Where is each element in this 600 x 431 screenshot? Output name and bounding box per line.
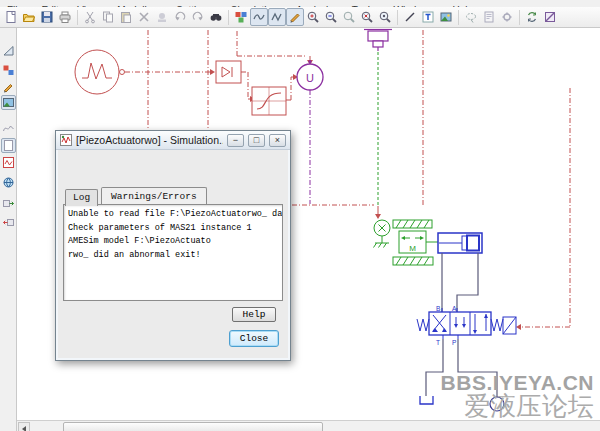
tab-warnings-errors[interactable]: Warnings/Errors <box>101 187 207 204</box>
tank[interactable] <box>420 396 433 404</box>
watermark: BBS.IYEYA.CN 爱液压论坛 <box>441 372 594 419</box>
watermark-cn: 爱液压论坛 <box>441 393 594 419</box>
text-tool-icon[interactable] <box>419 8 437 26</box>
save-icon[interactable] <box>38 8 56 26</box>
signal-source[interactable] <box>75 50 125 94</box>
svg-text:T: T <box>436 339 440 346</box>
zoom-out-icon[interactable] <box>322 8 340 26</box>
mass-block[interactable]: M <box>399 231 426 253</box>
report-tool-icon[interactable] <box>480 8 498 26</box>
toolbar-separator <box>397 10 398 25</box>
print-icon[interactable] <box>56 8 74 26</box>
gain-block[interactable] <box>216 61 241 83</box>
left-tool-column <box>0 28 17 431</box>
help-button[interactable]: Help <box>232 307 276 322</box>
image-tool-icon[interactable] <box>437 8 455 26</box>
copy-icon[interactable] <box>99 8 117 26</box>
svg-text:M: M <box>409 244 416 253</box>
toolbar-separator <box>519 10 520 25</box>
saturation-block[interactable] <box>252 87 286 115</box>
maximize-button[interactable]: □ <box>248 134 265 147</box>
delete-icon[interactable] <box>135 8 153 26</box>
dialog-tabs: Log Warnings/Errors <box>65 187 290 204</box>
document-icon[interactable] <box>1 138 16 153</box>
hydraulic-cylinder[interactable] <box>438 233 482 253</box>
toolbar-separator <box>77 10 78 25</box>
curve-icon[interactable] <box>1 120 16 135</box>
toolbar-separator <box>458 10 459 25</box>
fixed-wall-top <box>393 220 432 228</box>
parameter-mode-icon[interactable] <box>286 8 304 26</box>
minimize-button[interactable]: − <box>227 134 244 147</box>
zoom-in-icon[interactable] <box>304 8 322 26</box>
amesim-window: File Edit View Modeling Settings Simulat… <box>0 0 600 431</box>
servo-valve[interactable]: B A T P <box>417 305 516 347</box>
zoom-all-icon[interactable] <box>358 8 376 26</box>
svg-text:B: B <box>436 305 440 312</box>
scroll-left-button[interactable] <box>18 422 30 431</box>
watermark-url: BBS.IYEYA.CN <box>441 372 594 393</box>
update-tool-icon[interactable] <box>523 8 541 26</box>
line-tool-icon[interactable] <box>401 8 419 26</box>
export-icon[interactable] <box>1 196 16 211</box>
mode-library-icon[interactable] <box>232 8 250 26</box>
open-file-icon[interactable] <box>20 8 38 26</box>
component-library-icon[interactable] <box>1 63 16 78</box>
plot-icon[interactable] <box>1 155 16 170</box>
undo-icon[interactable] <box>171 8 189 26</box>
zoom-dynamic-icon[interactable] <box>376 8 394 26</box>
triangle-ruler-icon[interactable] <box>1 43 16 58</box>
scroll-thumb[interactable] <box>63 422 323 431</box>
dialog-title: [PiezoActuatorwo] - Simulation... <box>76 134 223 146</box>
log-line: AMESim model F:\PiezoActuato <box>68 235 278 249</box>
menu-bar: File Edit View Modeling Settings Simulat… <box>0 0 600 7</box>
new-file-icon[interactable] <box>2 8 20 26</box>
log-line: rwo_ did an abnormal exit! <box>68 249 278 263</box>
lasso-tool-icon[interactable] <box>462 8 480 26</box>
toolbar-separator <box>228 10 229 25</box>
dialog-titlebar[interactable]: [PiezoActuatorwo] - Simulation... − □ × <box>56 131 290 150</box>
picture-icon[interactable] <box>1 95 16 110</box>
voltage-source[interactable]: U <box>297 60 323 90</box>
log-output-panel[interactable]: Unable to read file F:\PiezoActuatorwo_ … <box>63 204 283 301</box>
log-line: Unable to read file F:\PiezoActuatorwo_ … <box>68 208 278 222</box>
cut-icon[interactable] <box>81 8 99 26</box>
log-line: Check parameters of MAS21 instance 1 <box>68 222 278 236</box>
left-triangle-icon <box>22 426 26 431</box>
settings-tool-icon[interactable] <box>498 8 516 26</box>
import-icon[interactable] <box>1 215 16 230</box>
globe-icon[interactable] <box>1 175 16 190</box>
close-window-button[interactable]: × <box>269 134 286 147</box>
horizontal-scrollbar[interactable] <box>17 420 600 431</box>
pencil-icon[interactable] <box>1 80 16 95</box>
stamp-icon[interactable] <box>153 8 171 26</box>
position-sensor[interactable] <box>374 220 391 248</box>
close-button[interactable]: Close <box>229 330 279 347</box>
find-icon[interactable] <box>207 8 225 26</box>
simulation-mode-icon[interactable] <box>268 8 286 26</box>
redo-icon[interactable] <box>189 8 207 26</box>
svg-text:P: P <box>452 339 456 346</box>
svg-text:A: A <box>452 305 457 312</box>
simulation-log-dialog: [PiezoActuatorwo] - Simulation... − □ × … <box>55 130 291 361</box>
main-toolbar <box>0 7 600 28</box>
tab-log[interactable]: Log <box>65 189 98 206</box>
paste-icon[interactable] <box>117 8 135 26</box>
fixed-wall-bottom <box>393 257 433 265</box>
svg-text:U: U <box>306 72 314 84</box>
app-icon <box>60 134 72 146</box>
sketch-mode-icon[interactable] <box>250 8 268 26</box>
no-edit-tool-icon[interactable] <box>541 8 559 26</box>
zoom-normal-icon[interactable] <box>340 8 358 26</box>
piezo-actuator[interactable] <box>364 30 392 52</box>
